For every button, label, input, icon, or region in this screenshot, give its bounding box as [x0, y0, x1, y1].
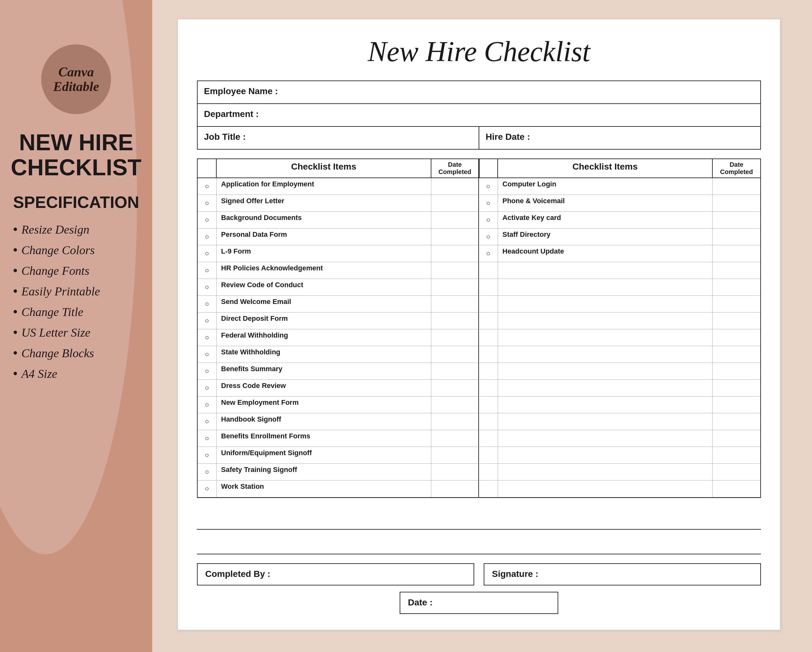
table-row: ○Direct Deposit Form [198, 312, 760, 329]
table-row: ○Dress Code Review [198, 380, 760, 396]
right-checkbox[interactable] [479, 430, 498, 446]
left-checkbox[interactable]: ○ [198, 262, 217, 279]
left-checkbox[interactable]: ○ [198, 279, 217, 296]
right-date-cell[interactable] [713, 279, 760, 296]
col1-header: Checklist Items [217, 159, 431, 178]
employee-name-field[interactable]: Employee Name : [198, 81, 760, 103]
sig-line-2 [197, 539, 761, 555]
right-date-cell[interactable] [713, 229, 760, 245]
left-checkbox[interactable]: ○ [198, 229, 217, 245]
right-checkbox[interactable] [479, 363, 498, 379]
spec-heading: SPECIFICATION [13, 193, 139, 212]
completed-by-box[interactable]: Completed By : [197, 563, 474, 585]
right-checkbox[interactable] [479, 346, 498, 363]
left-checkbox[interactable]: ○ [198, 195, 217, 212]
right-checkbox[interactable] [479, 413, 498, 430]
spec-item: Change Blocks [13, 345, 140, 361]
right-date-cell[interactable] [713, 396, 760, 413]
right-date-cell[interactable] [713, 262, 760, 279]
right-checkbox[interactable]: ○ [479, 212, 498, 228]
left-date-cell[interactable] [431, 447, 479, 463]
date-box[interactable]: Date : [400, 592, 558, 614]
right-date-cell[interactable] [713, 480, 760, 497]
table-row: ○Review Code of Conduct [198, 279, 760, 296]
right-checkbox[interactable]: ○ [479, 245, 498, 262]
hire-date-field[interactable]: Hire Date : [479, 127, 760, 149]
right-date-cell[interactable] [713, 447, 760, 463]
right-checkbox[interactable]: ○ [479, 229, 498, 245]
table-row: ○L-9 Form○Headcount Update [198, 245, 760, 262]
left-checkbox[interactable]: ○ [198, 447, 217, 463]
left-date-cell[interactable] [431, 279, 479, 296]
right-checkbox[interactable] [479, 279, 498, 296]
left-checkbox[interactable]: ○ [198, 346, 217, 363]
left-date-cell[interactable] [431, 396, 479, 413]
left-date-cell[interactable] [431, 480, 479, 497]
left-checkbox[interactable]: ○ [198, 312, 217, 329]
left-date-cell[interactable] [431, 245, 479, 262]
right-date-cell[interactable] [713, 430, 760, 446]
left-date-cell[interactable] [431, 229, 479, 245]
right-checkbox[interactable] [479, 329, 498, 346]
signature-box[interactable]: Signature : [484, 563, 761, 585]
left-date-cell[interactable] [431, 178, 479, 195]
right-date-cell[interactable] [713, 245, 760, 262]
job-title-field[interactable]: Job Title : [198, 127, 479, 149]
right-date-cell[interactable] [713, 296, 760, 312]
right-checkbox[interactable] [479, 262, 498, 279]
right-date-cell[interactable] [713, 212, 760, 228]
right-date-cell[interactable] [713, 380, 760, 396]
table-row: ○Send Welcome Email [198, 296, 760, 312]
left-date-cell[interactable] [431, 195, 479, 212]
left-checkbox[interactable]: ○ [198, 413, 217, 430]
right-date-cell[interactable] [713, 464, 760, 480]
right-date-cell[interactable] [713, 413, 760, 430]
right-checkbox[interactable] [479, 396, 498, 413]
left-date-cell[interactable] [431, 296, 479, 312]
left-checkbox[interactable]: ○ [198, 363, 217, 379]
right-checkbox[interactable] [479, 464, 498, 480]
left-checkbox[interactable]: ○ [198, 430, 217, 446]
left-checkbox[interactable]: ○ [198, 480, 217, 497]
left-date-cell[interactable] [431, 380, 479, 396]
left-item-label: Background Documents [217, 212, 431, 228]
right-date-cell[interactable] [713, 363, 760, 379]
right-date-cell[interactable] [713, 329, 760, 346]
right-checkbox[interactable] [479, 380, 498, 396]
badge-line2: Editable [53, 79, 99, 94]
right-checkbox[interactable] [479, 480, 498, 497]
right-checkbox[interactable] [479, 447, 498, 463]
left-checkbox[interactable]: ○ [198, 212, 217, 228]
right-checkbox[interactable] [479, 312, 498, 329]
left-date-cell[interactable] [431, 430, 479, 446]
right-checkbox[interactable]: ○ [479, 195, 498, 212]
department-field[interactable]: Department : [198, 104, 760, 126]
right-item-label [498, 480, 713, 497]
spec-item: Resize Design [13, 221, 140, 238]
left-checkbox[interactable]: ○ [198, 329, 217, 346]
left-item-label: Benefits Summary [217, 363, 431, 379]
left-checkbox[interactable]: ○ [198, 178, 217, 195]
left-checkbox[interactable]: ○ [198, 296, 217, 312]
left-checkbox[interactable]: ○ [198, 245, 217, 262]
table-row: ○Background Documents○Activate Key card [198, 212, 760, 229]
right-item-label [498, 464, 713, 480]
spec-item: Change Fonts [13, 262, 140, 279]
left-date-cell[interactable] [431, 413, 479, 430]
left-date-cell[interactable] [431, 312, 479, 329]
left-date-cell[interactable] [431, 262, 479, 279]
right-date-cell[interactable] [713, 178, 760, 195]
left-date-cell[interactable] [431, 212, 479, 228]
left-date-cell[interactable] [431, 329, 479, 346]
left-checkbox[interactable]: ○ [198, 396, 217, 413]
left-date-cell[interactable] [431, 464, 479, 480]
left-date-cell[interactable] [431, 346, 479, 363]
right-date-cell[interactable] [713, 312, 760, 329]
right-date-cell[interactable] [713, 195, 760, 212]
left-checkbox[interactable]: ○ [198, 380, 217, 396]
right-checkbox[interactable]: ○ [479, 178, 498, 195]
left-date-cell[interactable] [431, 363, 479, 379]
left-checkbox[interactable]: ○ [198, 464, 217, 480]
right-checkbox[interactable] [479, 296, 498, 312]
right-date-cell[interactable] [713, 346, 760, 363]
